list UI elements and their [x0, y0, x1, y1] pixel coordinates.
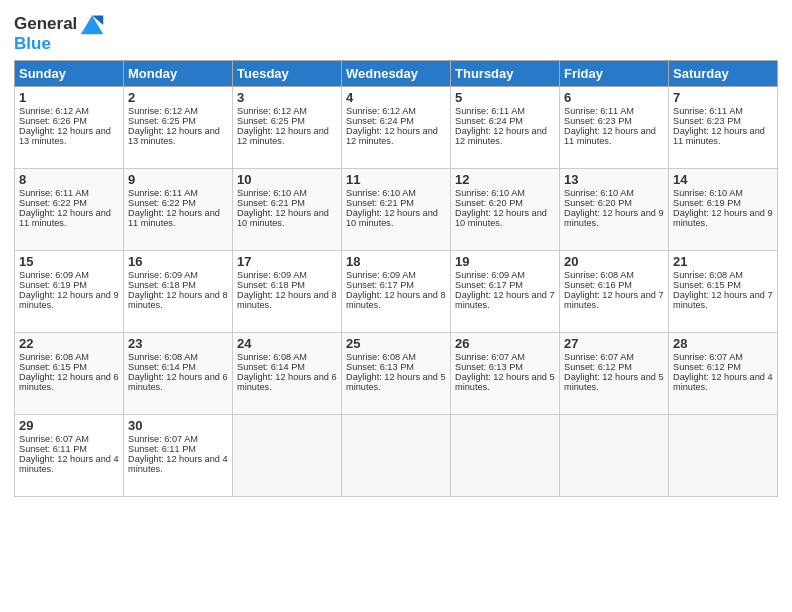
- calendar-cell-7: 7Sunrise: 6:11 AMSunset: 6:23 PMDaylight…: [669, 87, 778, 169]
- day-number: 29: [19, 418, 119, 433]
- day-number: 10: [237, 172, 337, 187]
- calendar-cell-16: 16Sunrise: 6:09 AMSunset: 6:18 PMDayligh…: [124, 251, 233, 333]
- day-number: 27: [564, 336, 664, 351]
- calendar-cell-11: 11Sunrise: 6:10 AMSunset: 6:21 PMDayligh…: [342, 169, 451, 251]
- calendar-row-2: 15Sunrise: 6:09 AMSunset: 6:19 PMDayligh…: [15, 251, 778, 333]
- day-number: 7: [673, 90, 773, 105]
- day-number: 1: [19, 90, 119, 105]
- calendar-cell-18: 18Sunrise: 6:09 AMSunset: 6:17 PMDayligh…: [342, 251, 451, 333]
- day-number: 16: [128, 254, 228, 269]
- calendar-cell-20: 20Sunrise: 6:08 AMSunset: 6:16 PMDayligh…: [560, 251, 669, 333]
- calendar-cell-13: 13Sunrise: 6:10 AMSunset: 6:20 PMDayligh…: [560, 169, 669, 251]
- day-number: 13: [564, 172, 664, 187]
- calendar-cell-4: 4Sunrise: 6:12 AMSunset: 6:24 PMDaylight…: [342, 87, 451, 169]
- empty-cell: [233, 415, 342, 497]
- page-header: General Blue: [14, 10, 778, 54]
- calendar-header-row: SundayMondayTuesdayWednesdayThursdayFrid…: [15, 61, 778, 87]
- calendar-cell-26: 26Sunrise: 6:07 AMSunset: 6:13 PMDayligh…: [451, 333, 560, 415]
- calendar-cell-17: 17Sunrise: 6:09 AMSunset: 6:18 PMDayligh…: [233, 251, 342, 333]
- calendar-cell-6: 6Sunrise: 6:11 AMSunset: 6:23 PMDaylight…: [560, 87, 669, 169]
- col-header-monday: Monday: [124, 61, 233, 87]
- logo-icon: [79, 10, 107, 38]
- day-number: 25: [346, 336, 446, 351]
- calendar-cell-15: 15Sunrise: 6:09 AMSunset: 6:19 PMDayligh…: [15, 251, 124, 333]
- calendar-cell-27: 27Sunrise: 6:07 AMSunset: 6:12 PMDayligh…: [560, 333, 669, 415]
- calendar-cell-21: 21Sunrise: 6:08 AMSunset: 6:15 PMDayligh…: [669, 251, 778, 333]
- day-number: 22: [19, 336, 119, 351]
- calendar-cell-2: 2Sunrise: 6:12 AMSunset: 6:25 PMDaylight…: [124, 87, 233, 169]
- day-number: 15: [19, 254, 119, 269]
- calendar-cell-9: 9Sunrise: 6:11 AMSunset: 6:22 PMDaylight…: [124, 169, 233, 251]
- day-number: 12: [455, 172, 555, 187]
- calendar-cell-28: 28Sunrise: 6:07 AMSunset: 6:12 PMDayligh…: [669, 333, 778, 415]
- col-header-sunday: Sunday: [15, 61, 124, 87]
- calendar-cell-22: 22Sunrise: 6:08 AMSunset: 6:15 PMDayligh…: [15, 333, 124, 415]
- empty-cell: [342, 415, 451, 497]
- day-number: 24: [237, 336, 337, 351]
- calendar-row-0: 1Sunrise: 6:12 AMSunset: 6:26 PMDaylight…: [15, 87, 778, 169]
- day-number: 9: [128, 172, 228, 187]
- calendar-cell-30: 30Sunrise: 6:07 AMSunset: 6:11 PMDayligh…: [124, 415, 233, 497]
- calendar-cell-5: 5Sunrise: 6:11 AMSunset: 6:24 PMDaylight…: [451, 87, 560, 169]
- logo: General Blue: [14, 10, 107, 54]
- day-number: 19: [455, 254, 555, 269]
- calendar-cell-24: 24Sunrise: 6:08 AMSunset: 6:14 PMDayligh…: [233, 333, 342, 415]
- day-number: 23: [128, 336, 228, 351]
- calendar-cell-8: 8Sunrise: 6:11 AMSunset: 6:22 PMDaylight…: [15, 169, 124, 251]
- day-number: 2: [128, 90, 228, 105]
- empty-cell: [669, 415, 778, 497]
- empty-cell: [560, 415, 669, 497]
- day-number: 11: [346, 172, 446, 187]
- day-number: 14: [673, 172, 773, 187]
- day-number: 3: [237, 90, 337, 105]
- day-number: 28: [673, 336, 773, 351]
- col-header-wednesday: Wednesday: [342, 61, 451, 87]
- day-number: 4: [346, 90, 446, 105]
- calendar-row-3: 22Sunrise: 6:08 AMSunset: 6:15 PMDayligh…: [15, 333, 778, 415]
- calendar-cell-10: 10Sunrise: 6:10 AMSunset: 6:21 PMDayligh…: [233, 169, 342, 251]
- empty-cell: [451, 415, 560, 497]
- calendar-cell-29: 29Sunrise: 6:07 AMSunset: 6:11 PMDayligh…: [15, 415, 124, 497]
- day-number: 5: [455, 90, 555, 105]
- day-number: 8: [19, 172, 119, 187]
- day-number: 21: [673, 254, 773, 269]
- calendar-table: SundayMondayTuesdayWednesdayThursdayFrid…: [14, 60, 778, 497]
- calendar-cell-23: 23Sunrise: 6:08 AMSunset: 6:14 PMDayligh…: [124, 333, 233, 415]
- calendar-cell-1: 1Sunrise: 6:12 AMSunset: 6:26 PMDaylight…: [15, 87, 124, 169]
- day-number: 18: [346, 254, 446, 269]
- col-header-saturday: Saturday: [669, 61, 778, 87]
- day-number: 26: [455, 336, 555, 351]
- logo-text: General: [14, 15, 77, 34]
- col-header-thursday: Thursday: [451, 61, 560, 87]
- calendar-cell-14: 14Sunrise: 6:10 AMSunset: 6:19 PMDayligh…: [669, 169, 778, 251]
- calendar-cell-3: 3Sunrise: 6:12 AMSunset: 6:25 PMDaylight…: [233, 87, 342, 169]
- day-number: 6: [564, 90, 664, 105]
- calendar-cell-19: 19Sunrise: 6:09 AMSunset: 6:17 PMDayligh…: [451, 251, 560, 333]
- col-header-friday: Friday: [560, 61, 669, 87]
- calendar-row-1: 8Sunrise: 6:11 AMSunset: 6:22 PMDaylight…: [15, 169, 778, 251]
- day-number: 30: [128, 418, 228, 433]
- day-number: 17: [237, 254, 337, 269]
- calendar-cell-12: 12Sunrise: 6:10 AMSunset: 6:20 PMDayligh…: [451, 169, 560, 251]
- calendar-cell-25: 25Sunrise: 6:08 AMSunset: 6:13 PMDayligh…: [342, 333, 451, 415]
- day-number: 20: [564, 254, 664, 269]
- col-header-tuesday: Tuesday: [233, 61, 342, 87]
- calendar-row-4: 29Sunrise: 6:07 AMSunset: 6:11 PMDayligh…: [15, 415, 778, 497]
